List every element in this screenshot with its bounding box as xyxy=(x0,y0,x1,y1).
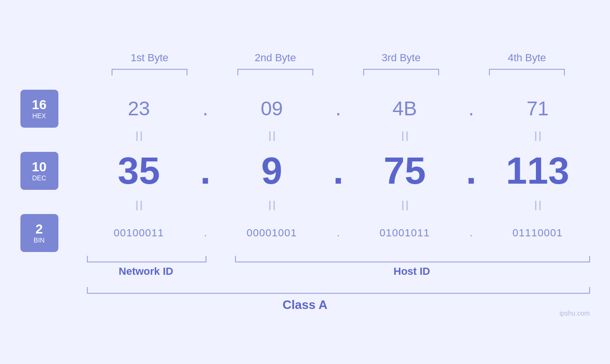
top-bracket-3 xyxy=(338,69,464,75)
dec-dot-1: . xyxy=(191,149,220,193)
hex-badge: 16 HEX xyxy=(20,90,58,128)
bin-val-1: 00100011 xyxy=(87,227,191,239)
hex-val-3: 4B xyxy=(353,97,457,120)
dec-val-2: 9 xyxy=(220,149,324,193)
top-bracket-4 xyxy=(464,69,590,75)
bin-dot-2: . xyxy=(324,227,353,239)
hex-val-2: 09 xyxy=(220,97,324,120)
parallel-1-4 xyxy=(486,131,590,141)
top-bracket-1 xyxy=(87,69,213,75)
netid-bracket xyxy=(87,256,206,262)
bin-badge: 2 BIN xyxy=(20,214,58,252)
bin-val-3: 01001011 xyxy=(353,227,457,239)
hex-dot-3: . xyxy=(457,97,486,120)
id-labels: Network ID Host ID xyxy=(87,265,590,278)
dec-val-3: 75 xyxy=(353,149,457,193)
class-bracket xyxy=(87,287,590,294)
class-label: Class A xyxy=(20,298,590,312)
bottom-brackets xyxy=(87,256,590,262)
parallel-2-1 xyxy=(87,201,191,210)
byte-label-1: 1st Byte xyxy=(87,52,213,64)
parallel-2-3 xyxy=(353,201,457,210)
byte-label-3: 3rd Byte xyxy=(338,52,464,64)
class-row: Class A xyxy=(20,287,590,312)
bin-dot-1: . xyxy=(191,227,220,239)
bottom-section: Network ID Host ID xyxy=(87,256,590,278)
host-id-label: Host ID xyxy=(234,265,590,278)
byte-label-4: 4th Byte xyxy=(464,52,590,64)
parallel-2-2 xyxy=(220,201,324,210)
parallel-1-2 xyxy=(220,131,324,141)
bin-base-name: BIN xyxy=(34,237,45,244)
hex-dot-2: . xyxy=(324,97,353,120)
parallel-1-3 xyxy=(353,131,457,141)
dec-val-1: 35 xyxy=(87,149,191,193)
bin-val-2: 00001001 xyxy=(220,227,324,239)
hex-base-num: 16 xyxy=(32,98,47,112)
watermark: ipshu.com xyxy=(560,309,590,317)
bin-dot-3: . xyxy=(457,227,486,239)
hostid-bracket xyxy=(235,256,590,262)
hex-badge-wrapper: 16 HEX xyxy=(20,90,87,128)
network-id-label: Network ID xyxy=(87,265,206,278)
dec-dot-3: . xyxy=(457,149,486,193)
dec-val-4: 113 xyxy=(486,149,590,193)
top-bracket-2 xyxy=(213,69,338,75)
dec-badge: 10 DEC xyxy=(20,152,58,190)
byte-label-2: 2nd Byte xyxy=(213,52,338,64)
hex-dot-1: . xyxy=(191,97,220,120)
dec-base-name: DEC xyxy=(32,175,47,182)
dec-badge-wrapper: 10 DEC xyxy=(20,152,87,190)
hex-val-4: 71 xyxy=(486,97,590,120)
bin-val-4: 01110001 xyxy=(486,227,590,239)
bin-base-num: 2 xyxy=(36,222,43,237)
bin-badge-wrapper: 2 BIN xyxy=(20,214,87,252)
hex-base-name: HEX xyxy=(32,112,46,120)
dec-dot-2: . xyxy=(324,149,353,193)
parallel-2-4 xyxy=(486,201,590,210)
hex-val-1: 23 xyxy=(87,97,191,120)
parallel-1-1 xyxy=(87,131,191,141)
dec-base-num: 10 xyxy=(32,160,47,175)
